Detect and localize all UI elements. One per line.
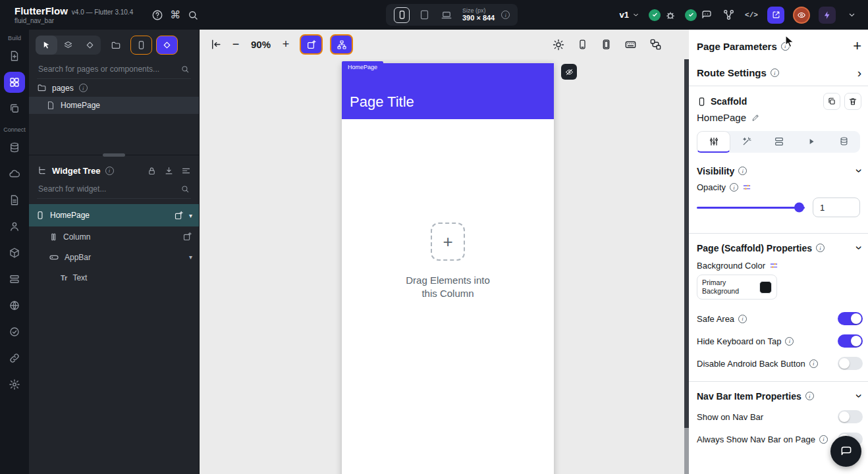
help-button[interactable] — [151, 8, 163, 22]
info-icon[interactable]: i — [819, 435, 828, 444]
opacity-slider[interactable] — [697, 207, 805, 209]
hide-overlays-button[interactable] — [561, 64, 577, 80]
add-parameter-button[interactable]: + — [853, 39, 861, 53]
design-canvas[interactable]: HomePage Page Title + Drag Elements into… — [200, 59, 689, 474]
info-icon[interactable]: i — [730, 183, 738, 192]
rail-item-domain[interactable] — [4, 295, 25, 316]
widget-name-row[interactable]: HomePage — [689, 110, 868, 128]
project-name[interactable]: fluid_nav_bar — [14, 17, 133, 24]
safe-area-toggle[interactable] — [838, 312, 863, 325]
appbar-title-text[interactable]: Page Title — [350, 93, 414, 111]
rail-item-components[interactable] — [4, 98, 25, 119]
pages-folder-row[interactable]: pages i — [29, 79, 199, 97]
collapse-panel-button[interactable] — [209, 38, 222, 51]
background-color-picker[interactable]: Primary Background — [697, 275, 777, 300]
tree-item-column[interactable]: Column — [29, 226, 199, 247]
rail-item-settings[interactable] — [4, 374, 25, 395]
components-mode-button[interactable] — [79, 36, 101, 55]
scaffold-properties-header[interactable]: Page (Scaffold) Properties i › — [689, 234, 868, 254]
light-mode-icon[interactable] — [553, 39, 564, 51]
info-icon[interactable]: i — [771, 68, 779, 77]
info-icon[interactable]: i — [105, 167, 114, 175]
pencil-icon[interactable] — [751, 113, 760, 122]
preview-page-body[interactable]: + Drag Elements into this Column — [342, 119, 554, 474]
canvas-scrollbar-thumb[interactable] — [684, 59, 689, 428]
device-phone-button[interactable] — [394, 7, 410, 23]
widget-tree-tool-button[interactable] — [330, 34, 353, 55]
caret-down-icon[interactable]: ▾ — [189, 253, 192, 261]
rail-item-checks[interactable] — [4, 321, 25, 342]
pages-search-input[interactable] — [38, 65, 176, 74]
lock-icon[interactable] — [147, 166, 157, 176]
rail-item-database[interactable] — [4, 137, 25, 158]
topbar-more-button[interactable] — [844, 8, 859, 22]
info-icon[interactable]: i — [785, 337, 794, 346]
phone-mockup[interactable]: HomePage Page Title + Drag Elements into… — [342, 63, 554, 474]
opacity-slider-knob[interactable] — [794, 203, 804, 213]
visibility-section-header[interactable]: Visibility i › — [689, 159, 868, 177]
chat-status-group[interactable] — [685, 9, 713, 21]
device-frame-icon[interactable] — [601, 39, 612, 50]
components-view-button[interactable] — [156, 36, 178, 55]
tree-item-homepage[interactable]: HomePage ▾ — [29, 204, 199, 226]
info-icon[interactable]: i — [805, 392, 814, 400]
tab-scroll-settings[interactable] — [763, 131, 795, 153]
rail-item-data-types[interactable] — [4, 269, 25, 290]
device-tablet-button[interactable] — [416, 7, 432, 23]
folder-view-button[interactable] — [105, 36, 126, 55]
rail-item-dashboard[interactable] — [4, 45, 25, 66]
device-desktop-button[interactable] — [439, 7, 454, 23]
import-icon[interactable] — [164, 166, 174, 176]
divider-drag-handle[interactable] — [103, 153, 125, 157]
shortcuts-button[interactable]: ⌘ — [170, 8, 180, 22]
tree-item-appbar[interactable]: AppBar ▾ — [29, 247, 199, 267]
tab-properties[interactable] — [697, 131, 730, 153]
route-settings-row[interactable]: Route Settings i › — [689, 53, 868, 79]
rail-item-cloud-functions[interactable] — [4, 163, 25, 184]
tree-item-text[interactable]: Tr Text — [29, 267, 199, 288]
navbar-properties-header[interactable]: Nav Bar Item Properties i › — [689, 382, 868, 402]
preview-mode-button[interactable] — [793, 7, 810, 24]
set-from-variable-icon[interactable] — [769, 261, 778, 271]
add-widget-icon[interactable] — [174, 211, 184, 221]
panel-resize-divider[interactable] — [29, 155, 199, 163]
code-health-group[interactable] — [649, 9, 676, 21]
tab-state[interactable] — [828, 131, 860, 153]
version-selector[interactable]: v1 — [620, 10, 640, 20]
info-icon[interactable]: i — [738, 167, 747, 175]
select-mode-button[interactable] — [36, 36, 57, 55]
rail-item-integrations[interactable] — [4, 348, 25, 369]
info-icon[interactable]: i — [809, 359, 818, 368]
device-preview-icon[interactable] — [577, 39, 588, 50]
rail-item-page-selector[interactable] — [4, 72, 25, 93]
info-icon[interactable]: i — [79, 84, 88, 92]
page-name-tag[interactable]: HomePage — [342, 61, 383, 72]
info-icon[interactable]: i — [816, 244, 825, 252]
pages-view-button[interactable] — [130, 36, 152, 55]
rail-item-packages[interactable] — [4, 242, 25, 263]
zoom-level[interactable]: 90% — [251, 39, 271, 50]
show-on-navbar-toggle[interactable] — [838, 410, 863, 423]
tab-animations[interactable] — [730, 131, 763, 153]
size-info-icon[interactable]: i — [501, 11, 510, 19]
open-preview-button[interactable] — [767, 7, 784, 24]
search-button[interactable] — [187, 8, 199, 22]
delete-widget-button[interactable] — [844, 93, 861, 110]
copy-widget-button[interactable] — [823, 93, 840, 110]
add-widget-icon[interactable] — [182, 232, 192, 242]
zoom-out-button[interactable]: − — [229, 38, 242, 51]
collapse-list-icon[interactable] — [181, 166, 191, 176]
layers-mode-button[interactable] — [57, 36, 79, 55]
support-chat-button[interactable] — [830, 436, 861, 467]
quick-actions-button[interactable] — [819, 7, 836, 24]
color-swatch[interactable] — [759, 281, 772, 294]
set-from-variable-icon[interactable] — [742, 183, 751, 192]
disable-back-toggle[interactable] — [838, 357, 863, 370]
widget-search-input[interactable] — [38, 184, 176, 194]
info-icon[interactable]: i — [738, 315, 747, 323]
opacity-value-input[interactable] — [813, 198, 860, 217]
page-item-homepage[interactable]: HomePage — [29, 97, 199, 114]
zoom-in-button[interactable]: + — [279, 38, 292, 51]
canvas-scrollbar-track[interactable] — [684, 428, 689, 474]
rail-item-documents[interactable] — [4, 190, 25, 211]
